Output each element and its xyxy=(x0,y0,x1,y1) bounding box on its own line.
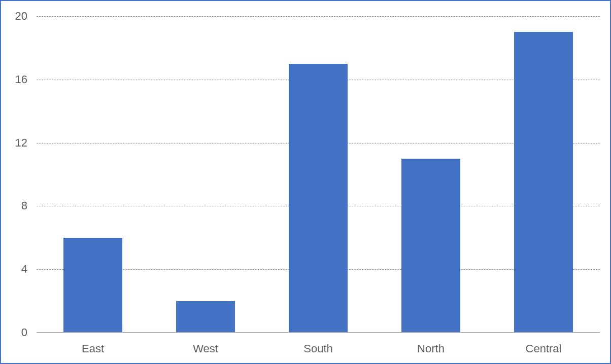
chart-frame: 048121620 EastWestSouthNorthCentral xyxy=(0,0,611,364)
bar-east xyxy=(63,238,122,333)
y-tick-label: 12 xyxy=(1,136,27,150)
y-tick-label: 8 xyxy=(1,199,27,212)
x-axis-line xyxy=(37,332,600,333)
x-tick-label: East xyxy=(82,342,104,355)
x-tick-label: South xyxy=(303,342,333,355)
bar-west xyxy=(176,301,234,333)
plot-area xyxy=(37,16,600,333)
bar-north xyxy=(401,159,460,333)
y-axis: 048121620 xyxy=(1,16,31,333)
x-tick-label: Central xyxy=(526,342,562,355)
y-tick-label: 20 xyxy=(1,10,27,23)
bar-south xyxy=(289,64,347,333)
x-axis: EastWestSouthNorthCentral xyxy=(37,335,600,363)
bars-container xyxy=(37,16,600,333)
bar-central xyxy=(514,32,572,333)
y-tick-label: 4 xyxy=(1,263,27,276)
y-tick-label: 16 xyxy=(1,73,27,86)
y-tick-label: 0 xyxy=(1,326,27,339)
x-tick-label: West xyxy=(193,342,218,355)
x-tick-label: North xyxy=(417,342,445,355)
